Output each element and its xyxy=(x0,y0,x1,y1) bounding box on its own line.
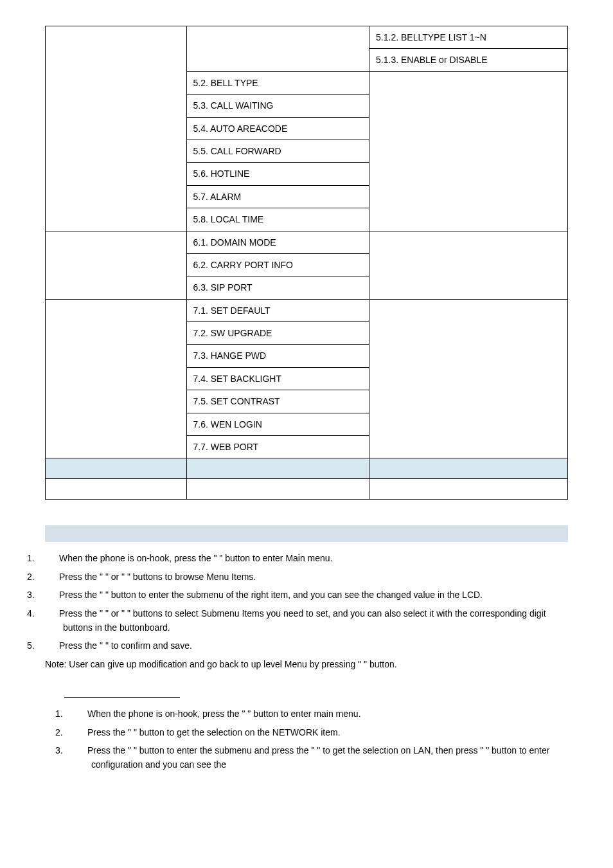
cell-empty xyxy=(46,231,187,299)
instruction-text: Press the " " or " " buttons to browse M… xyxy=(59,572,256,582)
cell-sip-port: 6.3. SIP PORT xyxy=(186,276,369,299)
table-row: 7.1. SET DEFAULT xyxy=(46,299,568,321)
cell-hange-pwd: 7.3. HANGE PWD xyxy=(186,345,369,367)
cell-empty xyxy=(369,231,568,299)
cell-web-port: 7.7. WEB PORT xyxy=(186,436,369,458)
table-row-highlight xyxy=(46,458,568,479)
cell-empty xyxy=(369,299,568,458)
list-number: 2. xyxy=(73,725,87,739)
list-number: 1. xyxy=(45,551,59,565)
cell-set-default: 7.1. SET DEFAULT xyxy=(186,299,369,321)
cell-bell-type: 5.2. BELL TYPE xyxy=(186,71,369,94)
cell-empty xyxy=(46,299,187,458)
cell-belltype-list: 5.1.2. BELLTYPE LIST 1~N xyxy=(369,26,568,49)
cell-empty xyxy=(369,479,568,500)
instruction-item: 2.Press the " " or " " buttons to browse… xyxy=(45,570,568,584)
instruction-text: Press the " " or " " buttons to select S… xyxy=(59,608,546,633)
instruction-item: 3.Press the " " button to enter the subm… xyxy=(45,588,568,602)
instruction-note: Note: User can give up modification and … xyxy=(45,657,568,671)
sub-instruction-text: Press the " " button to get the selectio… xyxy=(87,727,341,737)
cell-call-waiting: 5.3. CALL WAITING xyxy=(186,95,369,117)
instruction-text: Press the " " to confirm and save. xyxy=(59,640,192,651)
list-number: 4. xyxy=(45,606,59,620)
cell-domain-mode: 6.1. DOMAIN MODE xyxy=(186,231,369,253)
sub-instructions-block: 1.When the phone is on-hook, press the "… xyxy=(45,707,568,772)
cell-auto-areacode: 5.4. AUTO AREACODE xyxy=(186,117,369,140)
table-row xyxy=(46,479,568,500)
sub-instruction-item: 1.When the phone is on-hook, press the "… xyxy=(45,707,568,721)
sub-instruction-text: When the phone is on-hook, press the " "… xyxy=(87,709,361,719)
cell-carry-port-info: 6.2. CARRY PORT INFO xyxy=(186,253,369,276)
instructions-block: 1.When the phone is on-hook, press the "… xyxy=(45,551,568,671)
cell-empty xyxy=(369,458,568,479)
cell-hotline: 5.6. HOTLINE xyxy=(186,163,369,185)
cell-call-forward: 5.5. CALL FORWARD xyxy=(186,140,369,162)
cell-enable-disable: 5.1.3. ENABLE or DISABLE xyxy=(369,49,568,71)
cell-empty xyxy=(46,479,187,500)
instruction-text: Press the " " button to enter the submen… xyxy=(59,590,483,600)
list-number: 3. xyxy=(73,743,87,757)
list-number: 3. xyxy=(45,588,59,602)
instruction-item: 1.When the phone is on-hook, press the "… xyxy=(45,551,568,565)
list-number: 2. xyxy=(45,570,59,584)
table-row: 6.1. DOMAIN MODE xyxy=(46,231,568,253)
instruction-item: 5.Press the " " to confirm and save. xyxy=(45,638,568,653)
sub-instruction-text: Press the " " button to enter the submen… xyxy=(87,745,549,770)
menu-table: 5.1.2. BELLTYPE LIST 1~N 5.1.3. ENABLE o… xyxy=(45,26,568,500)
cell-alarm: 5.7. ALARM xyxy=(186,185,369,208)
table-row: 5.1.2. BELLTYPE LIST 1~N xyxy=(46,26,568,49)
cell-empty xyxy=(46,26,187,231)
list-number: 1. xyxy=(73,707,87,721)
instruction-item: 4.Press the " " or " " buttons to select… xyxy=(45,606,568,635)
cell-set-backlight: 7.4. SET BACKLIGHT xyxy=(186,367,369,390)
cell-empty xyxy=(46,458,187,479)
cell-set-contrast: 7.5. SET CONTRAST xyxy=(186,390,369,413)
list-number: 5. xyxy=(45,638,59,653)
cell-empty xyxy=(186,26,369,72)
cell-empty xyxy=(186,458,369,479)
cell-empty xyxy=(369,71,568,231)
cell-local-time: 5.8. LOCAL TIME xyxy=(186,208,369,231)
cell-empty xyxy=(186,479,369,500)
cell-sw-upgrade: 7.2. SW UPGRADE xyxy=(186,322,369,345)
instruction-text: When the phone is on-hook, press the " "… xyxy=(59,553,333,563)
cell-wen-login: 7.6. WEN LOGIN xyxy=(186,413,369,435)
sub-instruction-item: 2.Press the " " button to get the select… xyxy=(45,725,568,739)
sub-instruction-item: 3.Press the " " button to enter the subm… xyxy=(45,743,568,772)
section-divider-bar xyxy=(45,525,568,542)
horizontal-divider xyxy=(64,697,180,698)
